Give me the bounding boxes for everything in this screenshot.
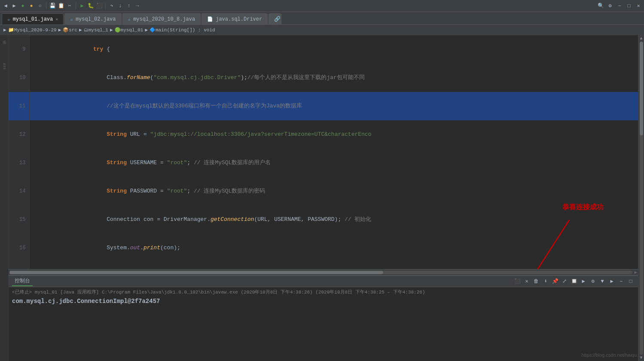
breadcrumb-package-icon: 🗂 [84, 27, 89, 33]
line-num-9: 9 [9, 35, 29, 64]
breadcrumb-sep-1: ▶ [58, 27, 61, 33]
code-line-15: 15 Connection con = DriverManager.getCon… [9, 205, 638, 234]
tab-label-mysql02: mysql_02.java [76, 16, 116, 22]
scroll-v-thumb[interactable] [640, 42, 643, 135]
line-num-16: 16 [9, 234, 29, 262]
toolbar-icon-minimize[interactable]: – [616, 2, 623, 10]
line-num-17: 17 [9, 262, 29, 269]
toolbar-icon-step-into[interactable]: ↓ [116, 2, 124, 10]
toolbar-sep-2 [76, 3, 76, 9]
console-icon-stop[interactable]: ⬛ [513, 278, 521, 285]
toolbar-icon-settings[interactable]: ⚙ [606, 2, 614, 10]
toolbar-icon-copy[interactable]: 📋 [57, 2, 65, 10]
toolbar-right: 🔍 ⚙ – □ ✕ [597, 2, 642, 10]
scroll-v-track[interactable] [640, 42, 643, 355]
toolbar-icon-back[interactable]: ◀ [2, 2, 9, 10]
scrollbar-h-thumb[interactable] [9, 271, 383, 274]
code-table: 9 try { 10 Class.forName("com.mysql.cj.j… [9, 35, 638, 269]
line-content-13: String USERNAME = "root"; // 连接MySQL数据库的… [29, 149, 638, 177]
toolbar-icon-resume[interactable]: → [134, 2, 141, 10]
code-line-9: 9 try { [9, 35, 638, 64]
scrollbar-vertical[interactable]: ▲ ▼ [638, 35, 644, 361]
tab-extra-icon: 🔗 [274, 16, 281, 22]
toolbar-sep-3 [105, 3, 106, 9]
toolbar-icon-maximize[interactable]: □ [625, 2, 633, 10]
line-content-12: String URL = "jdbc:mysql://localhost:330… [29, 120, 638, 149]
toolbar-icon-yellow[interactable]: ● [27, 2, 35, 10]
scrollbar-h-track[interactable] [9, 271, 632, 274]
console-icon-chevron-right[interactable]: ▶ [608, 278, 616, 285]
console-icon-maximize-console[interactable]: □ [627, 278, 635, 285]
tab-mysql20201008[interactable]: ☕ mysql_2020_10_8.java [122, 13, 201, 24]
tab-close-mysql01[interactable]: ✕ [55, 17, 58, 22]
console-toolbar: 控制台 ⬛ ✕ 🗑 ⬇ 📌 ⤢ 🔲 ▶ ⚙ ▼ ▶ – □ [9, 276, 638, 287]
tab-bar: ☕ mysql_01.java ✕ ☕ mysql_02.java ☕ mysq… [0, 12, 644, 25]
code-line-12: 12 String URL = "jdbc:mysql://localhost:… [9, 120, 638, 149]
code-line-10: 10 Class.forName("com.mysql.cj.jdbc.Driv… [9, 64, 638, 92]
scroll-arrow-right[interactable]: ▶ [634, 269, 637, 275]
tab-icon-mysql01: ☕ [7, 16, 10, 22]
toolbar-icon-circle[interactable]: ○ [36, 2, 44, 10]
breadcrumb-package[interactable]: mysql_1 [89, 28, 108, 33]
console-icon-clear[interactable]: 🗑 [532, 278, 540, 285]
console-icon-group: ⬛ ✕ 🗑 ⬇ 📌 ⤢ 🔲 ▶ ⚙ ▼ ▶ – □ [513, 278, 635, 285]
line-num-14: 14 [9, 177, 29, 205]
toolbar-sep-1 [46, 3, 46, 9]
line-num-12: 12 [9, 120, 29, 149]
scrollbar-horizontal[interactable]: ▶ [9, 269, 638, 275]
toolbar-icon-forward[interactable]: ▶ [10, 2, 18, 10]
console-icon-restore[interactable]: 🔲 [570, 278, 578, 285]
breadcrumb-arrow: ▶ [3, 27, 6, 33]
breadcrumb-src-icon: 📦 [63, 27, 69, 33]
line-content-17: con.close(); [29, 262, 638, 269]
breadcrumb-src[interactable]: src [69, 28, 77, 33]
console-icon-chevron-down[interactable]: ▼ [598, 278, 606, 285]
code-editor[interactable]: 9 try { 10 Class.forName("com.mysql.cj.j… [9, 35, 638, 269]
tab-mysql01[interactable]: ☕ mysql_01.java ✕ [2, 13, 64, 24]
toolbar-icon-search[interactable]: 🔍 [597, 2, 604, 10]
toolbar-icon-green[interactable]: ● [19, 2, 27, 10]
breadcrumb-sep-4: ▶ [145, 27, 148, 33]
toolbar-icon-save[interactable]: 💾 [49, 2, 56, 10]
toolbar-icon-step-over[interactable]: ↷ [108, 2, 116, 10]
console-icon-scroll[interactable]: ⬇ [542, 278, 549, 285]
breadcrumb-project[interactable]: Mysql_2020-9-29 [14, 28, 57, 33]
tab-label-javasqldriver: java.sql.Driver [216, 16, 262, 22]
toolbar-icon-close[interactable]: ✕ [635, 2, 642, 10]
breadcrumb-sep-2: ▶ [79, 27, 82, 33]
tab-mysql02[interactable]: ☕ mysql_02.java [64, 13, 121, 24]
line-num-15: 15 [9, 205, 29, 234]
breadcrumb-project-icon: 📁 [8, 27, 14, 33]
breadcrumb-sep-3: ▶ [110, 27, 113, 33]
toolbar-icon-step-out[interactable]: ↑ [125, 2, 133, 10]
tab-javasqldriver[interactable]: 📄 java.sql.Driver [201, 13, 268, 24]
line-num-11: 11 [9, 92, 29, 120]
console-output: com.mysql.cj.jdbc.ConnectionImpl@2f7a245… [12, 296, 635, 306]
breadcrumb-class-icon: 🟢 [115, 27, 121, 33]
editor-wrapper: 9 try { 10 Class.forName("com.mysql.cj.j… [9, 35, 638, 361]
line-num-13: 13 [9, 149, 29, 177]
left-sidebar: 库 ass [0, 35, 9, 361]
top-toolbar: ◀ ▶ ● ● ○ 💾 📋 ✂ ▶ 🐛 ⬛ ↷ ↓ ↑ → 🔍 ⚙ – □ ✕ [0, 0, 644, 12]
scroll-up-arrow[interactable]: ▲ [640, 36, 642, 41]
toolbar-left: ◀ ▶ ● ● ○ 💾 📋 ✂ ▶ 🐛 ⬛ ↷ ↓ ↑ → [2, 2, 141, 10]
line-content-11: //这个是在mysql默认的是3306端口和有一个自己创建的名字为Java的数据… [29, 92, 638, 120]
toolbar-icon-debug[interactable]: 🐛 [87, 2, 95, 10]
breadcrumb: ▶ 📁 Mysql_2020-9-29 ▶ 📦 src ▶ 🗂 mysql_1 … [0, 25, 644, 35]
toolbar-icon-stop[interactable]: ⬛ [95, 2, 103, 10]
console-content: <已终止> mysql_01 [Java 应用程序] C:\Program Fi… [9, 287, 638, 361]
line-content-15: Connection con = DriverManager.getConnec… [29, 205, 638, 234]
breadcrumb-class[interactable]: mysql_01 [121, 28, 143, 33]
console-icon-gear[interactable]: ⚙ [589, 278, 597, 285]
console-icon-pin[interactable]: 📌 [551, 278, 559, 285]
toolbar-icon-run[interactable]: ▶ [78, 2, 86, 10]
line-content-10: Class.forName("com.mysql.cj.jdbc.Driver"… [29, 64, 638, 92]
console-icon-minus[interactable]: – [617, 278, 625, 285]
console-icon-expand[interactable]: ⤢ [561, 278, 568, 285]
console-icon-run-again[interactable]: ▶ [580, 278, 587, 285]
tab-extra[interactable]: 🔗 [269, 13, 281, 24]
toolbar-icon-scissors[interactable]: ✂ [66, 2, 73, 10]
console-icon-close-console[interactable]: ✕ [523, 278, 531, 285]
breadcrumb-method[interactable]: main(String[]) : void [156, 28, 215, 33]
console-tab-label[interactable]: 控制台 [12, 276, 33, 286]
